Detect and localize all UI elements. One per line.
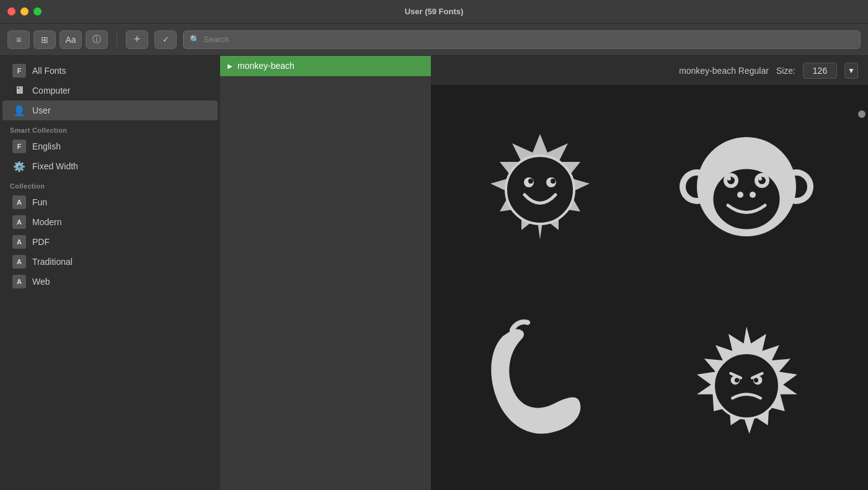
sidebar-item-modern[interactable]: A Modern: [2, 212, 218, 232]
list-view-icon: ≡: [16, 35, 21, 45]
check-button[interactable]: ✓: [154, 30, 177, 49]
sidebar-label-all-fonts: All Fonts: [32, 66, 66, 76]
info-icon: ⓘ: [92, 34, 101, 45]
glyph-grid: [431, 86, 856, 490]
svg-point-28: [754, 378, 758, 382]
sidebar-item-pdf[interactable]: A PDF: [2, 232, 218, 252]
expand-triangle-icon: ▶: [228, 63, 232, 69]
svg-point-19: [737, 192, 743, 198]
font-list: ▶ monkey-beach: [220, 56, 431, 490]
banana-icon: [478, 318, 602, 454]
size-label: Size:: [776, 66, 795, 76]
preview-header: monkey-beach Regular Size: ▼: [431, 56, 868, 86]
toolbar-separator: [117, 32, 117, 47]
maximize-button[interactable]: [33, 7, 42, 16]
web-icon: A: [12, 275, 26, 288]
info-button[interactable]: ⓘ: [86, 30, 108, 49]
all-fonts-icon: F: [12, 64, 26, 78]
computer-icon: 🖥: [12, 84, 26, 97]
grid-view-icon: ⊞: [41, 35, 48, 45]
sidebar-label-computer: Computer: [32, 86, 70, 96]
sidebar-item-english[interactable]: F English: [2, 136, 218, 156]
list-view-button[interactable]: ≡: [7, 30, 30, 49]
sidebar-item-computer[interactable]: 🖥 Computer: [2, 81, 218, 100]
sidebar-item-user[interactable]: 👤 User: [2, 100, 218, 120]
traditional-icon: A: [12, 255, 26, 269]
search-placeholder: Search: [203, 35, 229, 44]
slider-track[interactable]: [856, 86, 868, 490]
svg-point-18: [758, 177, 762, 180]
toolbar: ≡ ⊞ Aa ⓘ + ✓ 🔍 Search: [0, 24, 868, 56]
titlebar: User (59 Fonts): [0, 0, 868, 24]
add-icon: +: [134, 33, 141, 46]
minimize-button[interactable]: [20, 7, 29, 16]
sidebar-label-fixed-width: Fixed Width: [32, 161, 78, 171]
glyph-monkey: [650, 98, 844, 282]
glyph-banana: [443, 294, 637, 478]
font-list-item[interactable]: ▶ monkey-beach: [220, 56, 431, 76]
grid-view-button[interactable]: ⊞: [33, 30, 56, 49]
english-icon: F: [12, 140, 26, 153]
sidebar: F All Fonts 🖥 Computer 👤 User Smart Coll…: [0, 56, 220, 490]
sidebar-label-pdf: PDF: [32, 237, 50, 247]
glyph-sun-angry: [650, 294, 844, 478]
svg-point-15: [727, 177, 731, 180]
size-dropdown[interactable]: ▼: [844, 63, 858, 79]
preview-with-slider: [431, 86, 868, 490]
window-controls: [7, 7, 42, 16]
user-icon: 👤: [12, 104, 26, 117]
svg-point-20: [750, 192, 756, 198]
sidebar-label-fun: Fun: [32, 197, 47, 207]
smart-collection-label: Smart Collection: [0, 120, 220, 136]
sidebar-item-fixed-width[interactable]: ⚙️ Fixed Width: [2, 156, 218, 176]
sidebar-item-all-fonts[interactable]: F All Fonts: [2, 61, 218, 81]
preview-area: monkey-beach Regular Size: ▼: [431, 56, 868, 490]
collection-label: Collection: [0, 176, 220, 192]
sidebar-label-english: English: [32, 141, 61, 151]
slider-knob[interactable]: [858, 110, 866, 118]
search-box[interactable]: 🔍 Search: [183, 30, 861, 49]
sun-angry-icon: [684, 324, 808, 448]
sidebar-label-user: User: [32, 105, 51, 115]
sun-happy-icon: [478, 128, 602, 252]
main-content: F All Fonts 🖥 Computer 👤 User Smart Coll…: [0, 56, 868, 490]
sample-view-button[interactable]: Aa: [60, 30, 82, 49]
font-list-item-label: monkey-beach: [237, 61, 294, 71]
sidebar-label-traditional: Traditional: [32, 257, 73, 267]
pdf-icon: A: [12, 235, 26, 249]
size-input[interactable]: [803, 63, 837, 79]
sample-view-icon: Aa: [65, 35, 76, 45]
monkey-icon: [678, 128, 815, 252]
close-button[interactable]: [7, 7, 16, 16]
svg-point-26: [735, 378, 739, 382]
sidebar-label-modern: Modern: [32, 217, 61, 227]
glyph-sun-happy: [443, 98, 637, 282]
sidebar-label-web: Web: [32, 277, 50, 287]
svg-point-3: [528, 179, 533, 184]
add-button[interactable]: +: [126, 30, 148, 49]
fixed-width-icon: ⚙️: [12, 159, 26, 173]
window-title: User (59 Fonts): [405, 7, 464, 16]
sidebar-item-fun[interactable]: A Fun: [2, 192, 218, 212]
fun-icon: A: [12, 195, 26, 209]
svg-point-5: [551, 179, 556, 184]
modern-icon: A: [12, 215, 26, 229]
view-controls: ≡ ⊞ Aa ⓘ: [7, 30, 108, 49]
font-list-wrapper: ▶ monkey-beach: [220, 56, 431, 490]
preview-font-name: monkey-beach Regular: [679, 66, 769, 76]
sidebar-item-web[interactable]: A Web: [2, 272, 218, 292]
search-icon: 🔍: [190, 35, 200, 44]
check-icon: ✓: [162, 35, 169, 44]
sidebar-item-traditional[interactable]: A Traditional: [2, 252, 218, 272]
